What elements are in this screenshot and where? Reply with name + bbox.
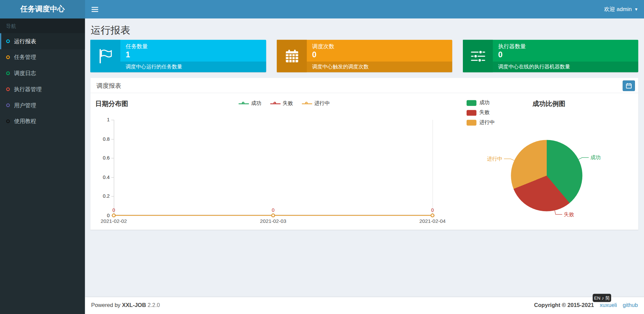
sidebar-item-label: 运行报表 <box>14 38 36 45</box>
sidebar-item-run-report[interactable]: 运行报表 <box>0 33 85 49</box>
report-panel: 调度报表 日期分布图 成功失败进行中 00.20.40.60.812021-02… <box>90 78 638 230</box>
legend-swatch <box>467 100 476 106</box>
circle-icon <box>6 119 10 123</box>
ime-language-badge[interactable]: EN ♪ 简 <box>593 294 611 302</box>
x-tick-label: 2021-02-04 <box>412 218 453 224</box>
y-axis-line <box>114 120 114 215</box>
x-axis-line <box>114 215 435 216</box>
page-footer: Powered by XXL-JOB 2.2.0 Copyright © 201… <box>85 297 644 314</box>
y-tick-label: 0.6 <box>95 155 110 162</box>
sidebar-item-executor-manage[interactable]: 执行器管理 <box>0 81 85 97</box>
circle-icon <box>6 71 10 75</box>
user-menu[interactable]: 欢迎 admin ▼ <box>604 0 638 18</box>
sidebar-item-job-log[interactable]: 调度日志 <box>0 65 85 81</box>
main-content: 运行报表 任务数量 1 调度中心运行的任务数量 <box>85 18 644 297</box>
x-tick-label: 2021-02-02 <box>93 218 134 224</box>
line-chart-legend: 成功失败进行中 <box>137 100 432 107</box>
legend-label: 成功 <box>251 100 261 107</box>
line-series-layer: 000 <box>95 99 457 227</box>
sidebar-item-help-tutorial[interactable]: 使用教程 <box>0 113 85 129</box>
sidebar: 导航 运行报表任务管理调度日志执行器管理用户管理使用教程 <box>0 18 85 314</box>
sidebar-toggle-button[interactable] <box>90 5 99 13</box>
stat-value: 0 <box>312 51 317 60</box>
panel-header: 调度报表 <box>90 78 638 93</box>
legend-item[interactable]: 成功 <box>239 100 261 107</box>
legend-label: 失败 <box>479 109 490 116</box>
xuxueli-link[interactable]: xuxueli <box>600 302 617 308</box>
powered-by: Powered by XXL-JOB 2.2.0 <box>91 302 160 308</box>
flag-icon <box>90 40 120 72</box>
pie-slice-label: 进行中 <box>487 155 502 163</box>
copyright-area: Copyright © 2015-2021 xuxueli github <box>534 302 638 308</box>
stat-title: 任务数量 <box>126 43 148 51</box>
circle-icon <box>6 55 10 59</box>
y-tick-label: 0.8 <box>95 136 110 142</box>
sidebar-item-user-manage[interactable]: 用户管理 <box>0 97 85 113</box>
date-range-button[interactable] <box>623 80 635 91</box>
legend-line-marker <box>239 101 249 106</box>
version-text: 2.2.0 <box>148 302 160 308</box>
circle-icon <box>6 40 10 43</box>
pie-slice-label: 成功 <box>590 154 601 161</box>
stat-box-executor-count: 执行器数量 0 调度中心在线的执行器机器数量 <box>463 40 638 72</box>
legend-swatch <box>467 110 476 116</box>
sidebar-item-job-manage[interactable]: 任务管理 <box>0 49 85 65</box>
pie-slice-label: 失败 <box>564 211 574 218</box>
app-logo: 任务调度中心 <box>0 0 85 18</box>
sidebar-item-label: 用户管理 <box>14 102 36 109</box>
line-chart: 日期分布图 成功失败进行中 00.20.40.60.812021-02-0220… <box>95 99 457 227</box>
sidebar-item-label: 使用教程 <box>14 118 36 125</box>
pie-chart: 成功比例图 成功失败进行中 成功失败进行中 <box>460 99 638 227</box>
top-navbar: 任务调度中心 欢迎 admin ▼ <box>0 0 644 18</box>
welcome-text: 欢迎 admin <box>604 6 632 13</box>
sidebar-item-label: 执行器管理 <box>14 85 42 93</box>
panel-title: 调度报表 <box>97 82 121 90</box>
legend-item[interactable]: 成功 <box>467 99 495 106</box>
legend-label: 失败 <box>283 100 293 107</box>
stat-box-trigger-count: 调度次数 0 调度中心触发的调度次数 <box>277 40 452 72</box>
y-axis-tick <box>111 196 114 197</box>
app-root: 任务调度中心 欢迎 admin ▼ 导航 运行报表任务管理调度日志执行器管理用户… <box>0 0 644 314</box>
legend-swatch <box>467 120 476 125</box>
calendar-icon <box>626 83 632 88</box>
y-tick-label: 0.4 <box>95 174 110 181</box>
y-axis-tick <box>111 139 114 139</box>
hamburger-icon <box>92 7 98 8</box>
sidebar-section-label: 导航 <box>0 18 85 33</box>
x-tick-label: 2021-02-03 <box>253 218 293 224</box>
ime-icon: ♪ <box>602 296 604 301</box>
brand-text: XXL-JOB <box>122 302 146 308</box>
y-tick-label: 0 <box>95 212 110 219</box>
stat-desc: 调度中心在线的执行器机器数量 <box>493 62 638 72</box>
line-chart-title: 日期分布图 <box>95 100 128 109</box>
stat-box-job-count: 任务数量 1 调度中心运行的任务数量 <box>90 40 266 72</box>
sliders-icon <box>463 40 493 72</box>
legend-item[interactable]: 失败 <box>467 109 495 116</box>
stat-title: 调度次数 <box>312 43 334 51</box>
svg-text:0: 0 <box>272 207 274 213</box>
powered-by-text: Powered by <box>91 302 120 308</box>
legend-line-marker <box>270 101 281 106</box>
sidebar-menu: 运行报表任务管理调度日志执行器管理用户管理使用教程 <box>0 33 85 129</box>
legend-label: 进行中 <box>479 119 495 126</box>
github-link[interactable]: github <box>623 302 638 308</box>
legend-item[interactable]: 进行中 <box>302 100 330 107</box>
stat-value: 0 <box>498 51 502 60</box>
ime-right-text: 简 <box>605 295 609 301</box>
y-tick-label: 1 <box>95 117 110 123</box>
pie-chart-legend: 成功失败进行中 <box>467 99 495 126</box>
legend-item[interactable]: 失败 <box>270 100 293 107</box>
page-title: 运行报表 <box>91 24 130 37</box>
stat-value: 1 <box>126 51 130 60</box>
y-tick-label: 0.2 <box>95 193 110 200</box>
legend-line-marker <box>302 101 312 106</box>
sidebar-item-label: 任务管理 <box>14 54 36 61</box>
y-axis-tick <box>111 215 114 216</box>
legend-label: 成功 <box>479 99 490 106</box>
sidebar-item-label: 调度日志 <box>14 70 36 77</box>
stat-desc: 调度中心触发的调度次数 <box>307 62 452 72</box>
circle-icon <box>6 104 10 107</box>
legend-item[interactable]: 进行中 <box>467 119 495 126</box>
calendar-icon <box>277 40 307 72</box>
y-axis-tick <box>111 158 114 159</box>
